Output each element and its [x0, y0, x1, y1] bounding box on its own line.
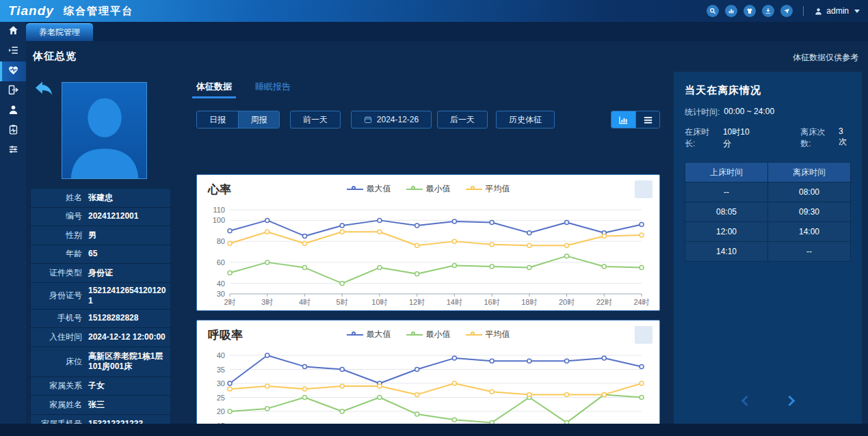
info-value: 152124126541201201	[88, 283, 170, 309]
data-point	[378, 266, 382, 270]
legend-marker-icon	[466, 187, 482, 192]
info-value: 15128282828	[88, 310, 170, 326]
weekly-report-button[interactable]: 周报	[238, 111, 279, 128]
data-point	[340, 230, 344, 234]
vitals-tabs: 体征数据 睡眠报告	[196, 81, 660, 98]
data-point	[265, 384, 269, 388]
legend-marker-icon	[406, 187, 423, 192]
legend-label: 平均值	[486, 183, 510, 195]
chart-toolbox-button[interactable]	[635, 326, 653, 344]
bar-chart-icon[interactable]	[725, 5, 737, 17]
svg-text:40: 40	[217, 351, 225, 359]
shirt-icon[interactable]	[744, 5, 756, 17]
svg-text:40: 40	[217, 280, 225, 288]
chart-svg: 304060801001102时3时4时5时10时12时14时16时18时20时…	[201, 205, 655, 309]
sidebar-item-sliders[interactable]	[0, 141, 26, 161]
data-point	[640, 381, 644, 385]
sidebar-item-menu-list[interactable]	[0, 42, 26, 62]
data-point	[490, 243, 494, 247]
data-point	[640, 364, 644, 368]
data-point	[602, 392, 606, 396]
tab-nursing-home[interactable]: 养老院管理	[26, 23, 93, 41]
legend-item[interactable]: 平均值	[466, 329, 510, 340]
data-point	[302, 396, 306, 400]
sidebar-item-clipboard-pulse[interactable]	[0, 121, 26, 141]
info-row: 编号20241212001	[31, 208, 170, 227]
legend-item[interactable]: 最小值	[406, 183, 451, 195]
download-icon[interactable]	[762, 5, 774, 17]
data-point	[302, 234, 306, 238]
list-view-button[interactable]	[635, 111, 659, 128]
data-point	[527, 359, 531, 363]
chart-toolbox-button[interactable]	[635, 180, 653, 198]
daily-report-button[interactable]: 日报	[197, 111, 238, 128]
legend-item[interactable]: 平均值	[466, 183, 510, 195]
svg-text:20: 20	[217, 407, 225, 415]
sidebar-item-home[interactable]	[0, 22, 26, 42]
legend-label: 最大值	[367, 183, 391, 195]
data-point	[228, 229, 232, 233]
info-label: 证件类型	[31, 267, 88, 279]
legend-item[interactable]: 最大值	[347, 329, 391, 340]
back-button[interactable]	[33, 79, 55, 98]
top-header: Tiandy 综合管理平台 admin	[0, 0, 868, 22]
bed-table-cell: --	[685, 182, 768, 202]
tab-vital-data[interactable]: 体征数据	[196, 81, 232, 98]
data-point	[265, 407, 269, 411]
bed-table-cell: 08:05	[685, 202, 768, 221]
tab-sleep-report[interactable]: 睡眠报告	[255, 81, 291, 98]
legend-item[interactable]: 最小值	[406, 329, 451, 340]
data-point	[565, 220, 569, 224]
prev-day-button[interactable]: 前一天	[290, 111, 341, 128]
patient-info-table: 姓名张建忠编号20241212001性别男年龄65证件类型身份证身份证号1521…	[30, 188, 171, 434]
bed-table-cell: 14:00	[768, 222, 850, 241]
legend-item[interactable]: 最大值	[347, 183, 391, 195]
app-window: Tiandy 综合管理平台 admin	[0, 0, 868, 436]
info-label: 编号	[31, 210, 88, 222]
data-point	[415, 243, 419, 247]
data-point	[378, 230, 382, 234]
history-vitals-button[interactable]: 历史体征	[496, 111, 555, 128]
disclaimer-text: 体征数据仅供参考	[793, 52, 858, 64]
info-label: 身份证号	[31, 290, 88, 301]
sidebar-item-user[interactable]	[0, 101, 26, 121]
prev-page-icon[interactable]	[741, 396, 752, 407]
date-picker[interactable]: 2024-12-26	[351, 111, 432, 128]
bed-table-row: 08:0509:30	[685, 202, 850, 221]
bed-table-cell: 08:00	[768, 182, 850, 202]
data-point	[302, 241, 306, 245]
info-value: 子女	[88, 378, 170, 394]
data-point	[527, 243, 531, 247]
stat-time-row: 统计时间: 00:00 ~ 24:00	[685, 107, 851, 118]
sidebar-item-door-exit[interactable]	[0, 81, 26, 101]
legend-marker-icon	[466, 332, 482, 338]
data-point	[452, 219, 456, 223]
heart-rate-chart-card: 心率 最大值最小值平均值 304060801001102时3时4时5时10时12…	[196, 174, 660, 311]
send-icon[interactable]	[780, 5, 793, 17]
next-day-button[interactable]: 后一天	[437, 111, 488, 128]
sidebar-item-heart-pulse[interactable]	[0, 62, 26, 81]
chart-view-button[interactable]	[611, 111, 635, 128]
svg-text:4时: 4时	[299, 298, 311, 306]
leave-count-label: 离床次数:	[800, 126, 834, 150]
info-row: 家属姓名张三	[31, 396, 170, 415]
vitals-toolbar: 日报 周报 前一天 2024-12-26 后一天	[196, 111, 660, 128]
heart-pulse-icon	[8, 64, 19, 79]
leave-count-value: 3次	[839, 126, 851, 150]
data-point	[340, 409, 344, 413]
chart-legend: 最大值最小值平均值	[197, 329, 659, 340]
data-point	[527, 231, 531, 235]
menu-list-icon	[8, 44, 19, 59]
user-menu[interactable]: admin	[814, 6, 860, 16]
in-bed-value: 10时10分	[723, 126, 757, 150]
info-label: 年龄	[31, 248, 88, 260]
chart-legend: 最大值最小值平均值	[197, 183, 659, 195]
next-page-icon[interactable]	[784, 396, 795, 407]
bed-table-row: --08:00	[685, 182, 850, 202]
list-view-icon	[643, 115, 653, 125]
search-icon[interactable]	[707, 5, 719, 17]
info-value: 张三	[88, 397, 170, 413]
door-exit-icon	[8, 84, 19, 98]
header-actions: admin	[707, 5, 860, 17]
svg-text:12时: 12时	[409, 298, 425, 306]
